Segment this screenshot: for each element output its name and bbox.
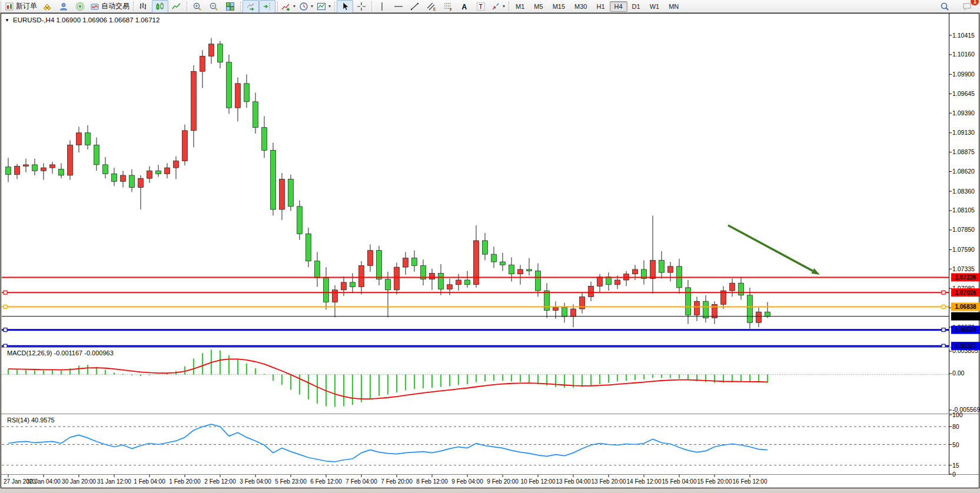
- trend-line-icon: [410, 2, 420, 11]
- line-handle[interactable]: [942, 328, 945, 332]
- toolbar-templates-button[interactable]: ▾: [315, 0, 333, 13]
- price-line-label-1.06321: 1.06321: [951, 342, 980, 350]
- toolbar-navigator-button[interactable]: [55, 0, 72, 13]
- price-tick-label: 1.09390: [952, 109, 975, 116]
- text-label-icon: T: [476, 2, 486, 11]
- time-tick-label: 9 Feb 20:00: [487, 478, 519, 485]
- bull-candle: [165, 168, 170, 174]
- line-handle[interactable]: [4, 328, 7, 332]
- crosshair-icon: [357, 2, 366, 11]
- bull-candle: [597, 277, 603, 286]
- time-tick-label: 9 Feb 04:00: [451, 478, 483, 485]
- toolbar-auto-scroll-button[interactable]: [242, 0, 259, 13]
- toolbar-text-label-button[interactable]: T: [473, 0, 489, 13]
- chevron-down-icon[interactable]: ▾: [328, 4, 331, 9]
- toolbar-equidistant-channel-button[interactable]: E: [423, 0, 440, 13]
- bear-candle: [112, 174, 117, 181]
- line-handle[interactable]: [4, 305, 7, 308]
- svg-text:1.07026: 1.07026: [955, 289, 976, 296]
- search-button[interactable]: [936, 0, 953, 13]
- toolbar-horizontal-line-button[interactable]: [390, 0, 407, 13]
- toolbar-bar-chart-button[interactable]: [135, 0, 152, 13]
- bear-candle: [262, 128, 267, 151]
- timeframe-m5-button[interactable]: M5: [529, 1, 547, 12]
- bull-candle: [333, 290, 338, 302]
- timeframe-h4-button[interactable]: H4: [610, 1, 627, 12]
- bull-candle: [174, 161, 179, 168]
- toolbar-indicators-button[interactable]: ▾: [280, 0, 297, 13]
- bull-candle: [200, 56, 205, 71]
- symbol-menu-icon[interactable]: ▼: [5, 18, 9, 23]
- bull-candle: [730, 283, 735, 291]
- toolbar-trend-line-button[interactable]: [407, 0, 423, 13]
- time-tick-label: 30 Jan 04:00: [26, 478, 61, 485]
- timeframe-m15-button[interactable]: M15: [548, 1, 570, 12]
- tile-windows-icon: [225, 2, 235, 11]
- toolbar-arrows-button[interactable]: ▾: [489, 0, 507, 13]
- templates-icon: [317, 2, 326, 11]
- toolbar-zoom-in-button[interactable]: [189, 0, 205, 13]
- toolbar-signals-button[interactable]: [72, 0, 88, 13]
- time-tick-label: 2 Feb 12:00: [204, 478, 236, 485]
- toolbar-zoom-out-button[interactable]: [205, 0, 222, 13]
- bull-candle: [68, 145, 73, 175]
- toolbar-fibonacci-button[interactable]: F: [440, 0, 456, 13]
- vertical-line-icon: [377, 2, 387, 11]
- bull-candle: [615, 280, 620, 285]
- chart-frame: [1, 14, 979, 488]
- toolbar-vertical-line-button[interactable]: [374, 0, 390, 13]
- bear-candle: [85, 133, 91, 145]
- price-tick-label: 1.10160: [952, 51, 975, 58]
- toolbar-periods-button[interactable]: ▾: [297, 0, 315, 13]
- toolbar-auto-trading-button[interactable]: 自动交易: [88, 0, 131, 13]
- cursor-icon: [340, 2, 350, 11]
- bull-candle: [633, 269, 638, 274]
- svg-text:F: F: [450, 7, 452, 11]
- timeframe-w1-button[interactable]: W1: [645, 1, 665, 12]
- bull-candle: [456, 280, 461, 285]
- toolbar-cursor-button[interactable]: [337, 0, 353, 13]
- line-handle[interactable]: [942, 305, 945, 308]
- price-tick-label: 1.08620: [952, 168, 975, 175]
- time-tick-label: 16 Feb 12:00: [733, 478, 768, 485]
- timeframe-d1-button[interactable]: D1: [627, 1, 645, 12]
- equidistant-channel-icon: E: [427, 2, 436, 11]
- navigator-icon: [59, 2, 68, 11]
- toolbar-new-order-button[interactable]: 新订单: [3, 0, 39, 13]
- toolbar-auto-trading-label: 自动交易: [101, 1, 129, 11]
- chevron-down-icon[interactable]: ▾: [503, 4, 505, 9]
- price-tick-label: 1.09900: [952, 71, 975, 78]
- chevron-down-icon[interactable]: ▾: [311, 4, 313, 9]
- toolbar-text-button[interactable]: A: [456, 0, 473, 13]
- bear-candle: [156, 171, 161, 174]
- toolbar-crosshair-button[interactable]: [353, 0, 370, 13]
- rsi-tick-label: 80: [952, 423, 959, 430]
- toolbar-chart-shift-button[interactable]: [259, 0, 275, 13]
- bull-candle: [191, 71, 197, 131]
- price-line-label-1.06838: 1.06838: [951, 302, 980, 311]
- bear-candle: [739, 283, 744, 295]
- timeframe-m1-button[interactable]: M1: [511, 1, 529, 12]
- toolbar-new-order-label: 新订单: [16, 1, 37, 11]
- bull-candle: [553, 307, 559, 310]
- time-tick-label: 14 Feb 12:00: [627, 478, 662, 485]
- time-tick-label: 15 Feb 20:00: [697, 478, 732, 485]
- line-handle[interactable]: [942, 291, 945, 294]
- bull-candle: [77, 133, 82, 145]
- timeframe-mn-button[interactable]: MN: [664, 1, 683, 12]
- chevron-down-icon[interactable]: ▾: [293, 4, 295, 9]
- signals-icon: [75, 2, 85, 11]
- toolbar-tile-windows-button[interactable]: [222, 0, 238, 13]
- chart-shift-icon: [263, 2, 272, 11]
- toolbar-line-chart-button[interactable]: [168, 0, 185, 13]
- line-handle[interactable]: [4, 291, 7, 294]
- toolbar-candle-chart-button[interactable]: [152, 0, 168, 13]
- timeframe-h1-button[interactable]: H1: [592, 1, 609, 12]
- price-line-label-1.07226: 1.07226: [951, 273, 980, 281]
- periods-icon: [299, 2, 308, 11]
- notifications-button[interactable]: 1: [959, 0, 975, 13]
- time-tick-label: 5 Feb 23:00: [275, 478, 307, 485]
- toolbar-market-watch-button[interactable]: [39, 0, 55, 13]
- time-tick-label: 1 Feb 20:00: [169, 478, 201, 485]
- timeframe-m30-button[interactable]: M30: [570, 1, 592, 12]
